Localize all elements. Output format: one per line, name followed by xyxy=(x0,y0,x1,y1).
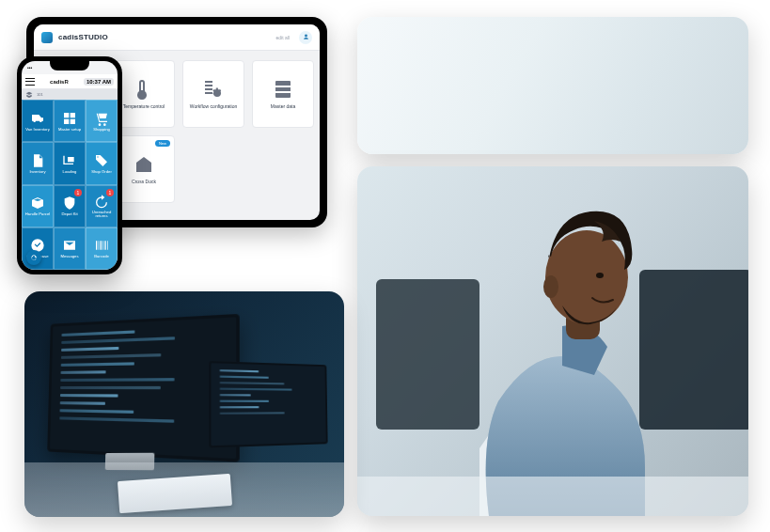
ptile-messages[interactable]: Messages xyxy=(54,227,86,270)
photo-office-worker xyxy=(357,166,748,516)
van-icon xyxy=(30,111,45,126)
tile-label: Cross Dock xyxy=(132,180,156,185)
mail-icon xyxy=(62,238,77,253)
tile-label: Temperature control xyxy=(123,104,165,110)
parcel-icon xyxy=(30,196,45,211)
new-badge: New xyxy=(155,140,170,147)
ptile-label: Inventory xyxy=(27,170,47,174)
ptile-shopping[interactable]: Shopping xyxy=(86,100,118,142)
svg-point-3 xyxy=(545,230,628,324)
notification-badge: 1 xyxy=(74,189,82,196)
ptile-label: Messages xyxy=(58,255,80,258)
ptile-master-setup[interactable]: Master setup xyxy=(54,100,86,142)
ptile-barcode[interactable]: Barcode xyxy=(86,227,118,270)
svg-point-5 xyxy=(596,273,604,278)
grad-icon xyxy=(25,91,33,99)
phone-clock: 10:37 AM xyxy=(84,78,114,86)
ptile-label: Shopping xyxy=(91,128,112,132)
grid-icon xyxy=(62,111,77,126)
svg-rect-6 xyxy=(357,477,748,516)
ptile-depot-kit[interactable]: 1 Depot Kit xyxy=(54,185,86,227)
workflow-icon xyxy=(202,78,225,101)
cart-icon xyxy=(94,111,109,126)
laptop-icon xyxy=(209,361,327,447)
svg-point-4 xyxy=(543,275,558,298)
ptile-label: Loading xyxy=(61,170,79,174)
thermo-icon xyxy=(133,78,155,101)
ptile-inventory[interactable]: Inventory xyxy=(22,142,54,184)
sync-icon xyxy=(30,254,38,261)
ptile-shop-order[interactable]: Shop Order xyxy=(86,142,118,184)
doc-icon xyxy=(30,153,45,168)
photo-code-workstation xyxy=(24,291,344,517)
ptile-handle-parcel[interactable]: Handle Parcel xyxy=(22,185,54,227)
phone-app-title: cadisR xyxy=(50,79,69,85)
crossdock-icon xyxy=(133,153,155,176)
phone-notch xyxy=(50,61,89,70)
trolley-icon xyxy=(62,153,77,168)
tile-master-data[interactable]: Master data xyxy=(252,60,314,128)
notification-badge: 1 xyxy=(106,189,114,196)
shield-icon xyxy=(62,196,77,211)
tile-label: Master data xyxy=(271,104,295,110)
ptile-label: Van Inventory xyxy=(24,128,52,132)
return-icon xyxy=(94,194,109,209)
ptile-label: Depot Kit xyxy=(59,212,79,216)
user-icon xyxy=(303,34,309,40)
tile-label: Workflow configuration xyxy=(190,104,238,110)
sync-button[interactable] xyxy=(26,250,41,265)
ptile-loading[interactable]: Loading xyxy=(54,142,86,184)
ptile-unreached-returns[interactable]: 1 Unreached returns xyxy=(86,185,118,227)
ptile-label: Unreached returns xyxy=(86,211,117,218)
ptile-label: Master setup xyxy=(56,128,83,132)
phone-tile-grid: Van Inventory Master setup Shopping Inve… xyxy=(22,100,118,270)
menu-button[interactable] xyxy=(25,78,35,86)
ptile-label: Handle Parcel xyxy=(24,212,52,216)
tag-icon xyxy=(94,153,109,168)
phone-context-bar: 101 xyxy=(22,89,118,100)
ptile-label: Barcode xyxy=(92,255,111,258)
barcode-icon xyxy=(94,238,109,253)
header-info-badge: edit all xyxy=(273,33,293,42)
phone-device-frame: ••• cadisR 10:37 AM 101 Van Inventory Ma… xyxy=(17,56,122,274)
user-menu-button[interactable] xyxy=(299,31,312,44)
carrier-indicator: ••• xyxy=(27,65,32,70)
ptile-label: Shop Order xyxy=(89,170,114,174)
tile-workflow-configuration[interactable]: Workflow configuration xyxy=(182,60,244,128)
masterdata-icon xyxy=(272,78,294,101)
photo-office-top xyxy=(357,17,748,154)
svg-rect-0 xyxy=(376,279,479,430)
context-label: 101 xyxy=(37,92,43,97)
app-title: cadisSTUDIO xyxy=(58,33,108,41)
svg-rect-1 xyxy=(639,270,748,430)
tablet-header: cadisSTUDIO edit all xyxy=(34,24,320,51)
phone-topbar: cadisR 10:37 AM xyxy=(22,74,118,89)
phone-screen: ••• cadisR 10:37 AM 101 Van Inventory Ma… xyxy=(22,61,118,270)
app-logo-icon xyxy=(41,32,53,43)
ptile-van-inventory[interactable]: Van Inventory xyxy=(22,100,54,142)
